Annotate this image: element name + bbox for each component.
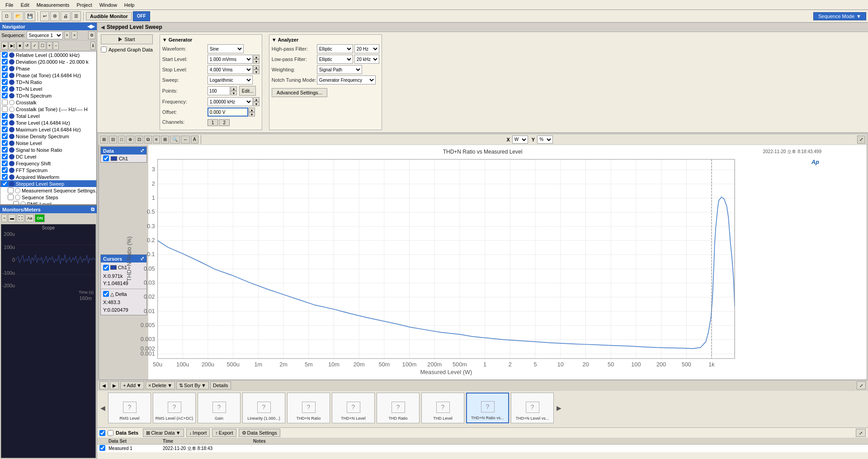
nav-list-item[interactable]: Maximum Level (14.6484 Hz) xyxy=(0,126,96,133)
g-tb-8[interactable]: ⊞ xyxy=(161,136,169,144)
scroll-right[interactable]: ▶ xyxy=(556,403,562,412)
settings-btn[interactable]: ⚙ xyxy=(50,11,60,21)
nav-item-checkbox[interactable] xyxy=(2,181,8,187)
nav-list-item[interactable]: Total Level xyxy=(0,112,96,119)
lp-filter-type[interactable]: Elliptic xyxy=(317,55,353,64)
menu-window[interactable]: Window xyxy=(96,1,121,9)
stop-level-up[interactable]: ▲ xyxy=(253,65,259,70)
hp-filter-type[interactable]: Elliptic xyxy=(317,44,353,53)
xy-x-select[interactable]: W xyxy=(512,136,528,144)
nav-list-item[interactable]: Sequence Steps xyxy=(0,194,96,201)
steps-expand[interactable]: ⤢ xyxy=(857,381,866,389)
undo-btn[interactable]: ↩ xyxy=(40,11,49,21)
g-tb-6[interactable]: ⧉ xyxy=(144,136,152,144)
nav-item-checkbox[interactable] xyxy=(2,154,8,159)
step-card[interactable]: ?RMS Level xyxy=(108,393,151,423)
open-btn[interactable]: 📂 xyxy=(13,11,24,21)
freq-up[interactable]: ▲ xyxy=(253,97,259,102)
xy-y-select[interactable]: % xyxy=(537,136,553,144)
nav-list-item[interactable]: TD+N Spectrum xyxy=(0,92,96,99)
nav-list-item[interactable]: TD+N Ratio xyxy=(0,79,96,85)
monitors-expand[interactable]: ⧉ xyxy=(91,206,94,212)
steps-add-btn[interactable]: + Add ▼ xyxy=(120,381,144,389)
g-tb-4[interactable]: ⊕ xyxy=(126,136,134,144)
audible-off-btn[interactable]: OFF xyxy=(133,11,150,21)
save-btn[interactable]: 💾 xyxy=(24,11,35,21)
notch-select[interactable]: Generator Frequency xyxy=(317,75,376,84)
start-level-select[interactable]: 1.000 mVrms xyxy=(208,55,253,64)
step-card[interactable]: ?THD Level xyxy=(421,393,464,423)
nav-item-checkbox[interactable] xyxy=(2,79,8,85)
nav-item-checkbox[interactable] xyxy=(2,106,8,112)
g-tb-10[interactable]: ↔ xyxy=(181,136,190,144)
nav-list-item[interactable]: Phase (at Tone) (14.6484 Hz) xyxy=(0,72,96,79)
nav-list-item[interactable]: Phase xyxy=(0,65,96,72)
ch1-btn[interactable]: 1 xyxy=(208,119,218,126)
stop-level-select[interactable]: 4.000 Vrms xyxy=(208,65,253,74)
nav-expand[interactable]: + xyxy=(47,42,52,50)
nav-list-item[interactable]: FFT Spectrum xyxy=(0,167,96,173)
step-card[interactable]: ?THD+N Ratio xyxy=(287,393,330,423)
nav-step[interactable]: ▶| xyxy=(9,42,16,50)
mon-wave[interactable]: ~ xyxy=(1,214,7,222)
nav-list-item[interactable]: Crosstalk (at Tone) (---- Hz/---- H xyxy=(0,106,96,112)
nav-info[interactable]: ℹ xyxy=(90,42,95,50)
nav-item-checkbox[interactable] xyxy=(8,187,14,193)
nav-list-item[interactable]: Stepped Level Sweep xyxy=(0,180,96,187)
nav-item-checkbox[interactable] xyxy=(2,52,8,58)
start-level-down[interactable]: ▼ xyxy=(253,59,259,64)
nav-repeat[interactable]: ↺ xyxy=(24,42,31,50)
nav-list-item[interactable]: Noise Density Spectrum xyxy=(0,133,96,140)
points-down[interactable]: ▼ xyxy=(231,91,237,95)
step-card[interactable]: ?THD+N Level xyxy=(332,393,375,423)
waveform-select[interactable]: Sine xyxy=(208,44,244,53)
sweep-collapse-btn[interactable]: ◀ xyxy=(101,24,104,30)
export-btn[interactable]: ↑ Export xyxy=(212,429,236,437)
nav-collapse-btn[interactable]: ◀▶ xyxy=(87,23,94,29)
scroll-left[interactable]: ◀ xyxy=(99,403,106,412)
nav-list-item[interactable]: DC Level xyxy=(0,153,96,160)
nav-item-checkbox[interactable] xyxy=(2,140,8,146)
step-card[interactable]: ?Linearity (1.000...) xyxy=(242,393,285,423)
sweep-type-select[interactable]: Logarithmic xyxy=(208,75,253,84)
g-tb-5[interactable]: ⊡ xyxy=(135,136,143,144)
steps-delete-btn[interactable]: × Delete ▼ xyxy=(146,381,175,389)
offset-down[interactable]: ▼ xyxy=(249,112,255,117)
start-button[interactable]: Start xyxy=(101,34,153,44)
nav-item-checkbox[interactable] xyxy=(2,120,8,126)
menu-edit[interactable]: Edit xyxy=(17,1,33,9)
g-tb-7[interactable]: ≡ xyxy=(153,136,160,144)
clear-data-btn[interactable]: ⊠ Clear Data ▼ xyxy=(143,429,184,437)
mon-expand[interactable]: ⛶ xyxy=(17,214,24,222)
nav-item-checkbox[interactable] xyxy=(2,160,8,166)
list-btn[interactable]: ☰ xyxy=(71,11,81,21)
nav-list-item[interactable]: Frequency Shift xyxy=(0,160,96,167)
step-card[interactable]: ?RMS Level (AC+DC) xyxy=(153,393,196,423)
nav-item-checkbox[interactable] xyxy=(2,133,8,139)
nav-uncheck-all[interactable]: ☐ xyxy=(39,42,46,50)
data-expand-btn[interactable]: ⤢ xyxy=(140,148,144,154)
nav-list-item[interactable]: Tone Level (14.6484 Hz) xyxy=(0,119,96,126)
nav-item-checkbox[interactable] xyxy=(2,86,8,92)
g-tb-3[interactable]: □ xyxy=(118,136,125,144)
nav-item-checkbox[interactable] xyxy=(2,113,8,119)
weighting-select[interactable]: Signal Path xyxy=(317,65,362,74)
start-level-up[interactable]: ▲ xyxy=(253,55,259,59)
offset-up[interactable]: ▲ xyxy=(249,108,255,112)
nav-list-item[interactable]: Relative Level (1.00000 kHz) xyxy=(0,52,96,58)
ds-expand[interactable]: ⤢ xyxy=(856,429,866,437)
print-btn[interactable]: 🖨 xyxy=(61,11,71,21)
steps-nav-left[interactable]: ◀ xyxy=(99,381,108,389)
new-btn[interactable]: 🗋 xyxy=(2,11,12,21)
nav-settings[interactable]: ⚙ xyxy=(88,31,95,39)
g-tb-2[interactable]: ⊟ xyxy=(109,136,117,144)
nav-item-checkbox[interactable] xyxy=(2,72,8,78)
nav-item-checkbox[interactable] xyxy=(2,126,8,132)
nav-item-checkbox[interactable] xyxy=(2,167,8,173)
nav-list-item[interactable]: Signal to Noise Ratio xyxy=(0,146,96,153)
freq-select[interactable]: 1.00000 kHz xyxy=(208,97,253,106)
ds-row-check[interactable] xyxy=(99,445,105,451)
g-tb-expand[interactable]: ⤢ xyxy=(857,136,865,144)
points-up[interactable]: ▲ xyxy=(231,86,237,91)
nav-stop[interactable]: ■ xyxy=(17,42,23,50)
